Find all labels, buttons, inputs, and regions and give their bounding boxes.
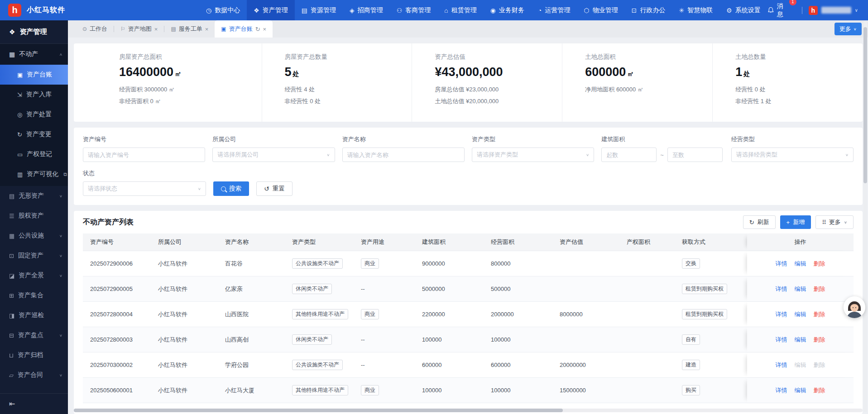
sidebar-item-asset-panorama[interactable]: ◪资产全景∨ — [0, 266, 68, 286]
brand-name: 小红马软件 — [27, 5, 65, 15]
delete-link[interactable]: 删除 — [814, 260, 825, 268]
delete-link[interactable]: 删除 — [814, 386, 825, 395]
table-row: 2025050600001 小红马软件 小红马大厦 其他特殊用途不动产 商业 1… — [83, 378, 854, 403]
sidebar-item-asset-inbound[interactable]: ⇲资产入库 — [0, 85, 68, 105]
edit-link[interactable]: 编辑 — [795, 260, 806, 268]
tab-asset-ledger[interactable]: ▣资产台账↻× — [215, 20, 273, 38]
sidebar-item-asset-ledger[interactable]: ▣资产台账 — [0, 65, 68, 85]
col-acquire: 获取方式 — [675, 233, 747, 251]
edit-link[interactable]: 编辑 — [795, 386, 806, 395]
detail-link[interactable]: 详情 — [776, 336, 787, 344]
sidebar-item-asset-change[interactable]: ↻资产变更 — [0, 124, 68, 144]
collapse-icon: ⇤ — [9, 400, 15, 408]
plus-icon: + — [786, 219, 790, 226]
nav-merchant-management[interactable]: ⚇客商管理 — [390, 0, 438, 20]
tab-asset-map[interactable]: ⚐资产地图× — [114, 20, 164, 38]
divider — [802, 7, 802, 14]
field-asset-name: 资产名称 — [342, 135, 465, 162]
field-label: 资产类型 — [472, 135, 594, 143]
detail-link[interactable]: 详情 — [776, 260, 787, 268]
avatar-girl-icon — [844, 296, 865, 318]
customer-service-avatar[interactable] — [844, 296, 865, 318]
tabs-more-button[interactable]: 更多∨ — [834, 23, 862, 35]
nav-lease-management[interactable]: ⌂租赁管理 — [437, 0, 483, 20]
close-icon[interactable]: × — [154, 26, 158, 33]
delete-link[interactable]: 删除 — [814, 310, 825, 319]
ledger-icon: ▣ — [17, 71, 23, 78]
sidebar-item-asset-collection[interactable]: ⊞资产集合 — [0, 286, 68, 305]
nav-admin-office[interactable]: ⊡行政办公 — [625, 0, 672, 20]
sidebar-item-real-estate[interactable]: ▦ 不动产 ∧ — [0, 44, 68, 65]
messages-button[interactable]: 消息 1 — [767, 2, 789, 19]
acquire-tag: 自有 — [682, 334, 700, 345]
stat-sub: 净用地面积 600000 ㎡ — [585, 86, 712, 94]
asset-name-input[interactable] — [342, 148, 465, 162]
nav-operation-management[interactable]: ◔运营管理 — [531, 0, 577, 20]
type-tag: 其他特殊用途不动产 — [292, 385, 348, 396]
scrollbar-thumb[interactable] — [74, 409, 563, 412]
field-label: 经营类型 — [731, 135, 854, 143]
asset-code-input[interactable] — [83, 148, 205, 162]
scrollbar-thumb[interactable] — [863, 27, 867, 183]
area-from-input[interactable] — [601, 148, 657, 162]
edit-link[interactable]: 编辑 — [795, 285, 806, 293]
vertical-scrollbar[interactable] — [863, 22, 867, 412]
asset-type-select[interactable]: 请选择资产类型∨ — [472, 148, 594, 162]
stat-sub: 经营面积 3000000 ㎡ — [119, 86, 262, 94]
search-button[interactable]: 搜索 — [213, 181, 249, 196]
close-icon[interactable]: × — [205, 26, 209, 33]
user-menu[interactable]: h ∨ — [809, 6, 858, 15]
type-tag: 公共设施类不动产 — [292, 258, 343, 269]
sidebar-item-asset-inventory[interactable]: ⊟资产盘点∨ — [0, 325, 68, 345]
delete-link[interactable]: 删除 — [814, 336, 825, 344]
nav-system-settings[interactable]: ⚙系统设置 — [719, 0, 767, 20]
nav-property-management[interactable]: ⬡物业管理 — [577, 0, 625, 20]
edit-link[interactable]: 编辑 — [795, 336, 806, 344]
company-select[interactable]: 请选择所属公司∨ — [212, 148, 335, 162]
stats-panel: 房屋资产总面积 16400000㎡ 经营面积 3000000 ㎡ 非经营面积 0… — [74, 43, 863, 122]
sidebar-item-asset-inspection[interactable]: ◨资产巡检 — [0, 305, 68, 325]
nav-asset-management[interactable]: ❖资产管理 — [247, 0, 295, 20]
detail-link[interactable]: 详情 — [776, 285, 787, 293]
sidebar-item-public-facilities[interactable]: ▦公共设施∨ — [0, 226, 68, 246]
sidebar-item-asset-visualization[interactable]: ▥资产可视化⧉ — [0, 164, 68, 184]
operation-type-select[interactable]: 请选择经营类型∨ — [731, 148, 854, 162]
sidebar-item-asset-archive[interactable]: ⊔资产归档 — [0, 345, 68, 365]
tab-workbench[interactable]: ⊙工作台 — [76, 20, 114, 38]
nav-smart-iot[interactable]: ✳智慧物联 — [672, 0, 719, 20]
reset-button[interactable]: ↺重置 — [256, 181, 293, 196]
sidebar-item-property-registration[interactable]: ▭产权登记 — [0, 144, 68, 164]
stat-sub: 非经营性 1 处 — [735, 97, 863, 105]
close-icon[interactable]: × — [263, 26, 267, 33]
sidebar-item-asset-contract[interactable]: ▱资产合同∨ — [0, 365, 68, 385]
nav-investment-management[interactable]: ◈招商管理 — [343, 0, 390, 20]
nav-business-finance[interactable]: ◉业务财务 — [484, 0, 531, 20]
horizontal-scrollbar[interactable] — [74, 409, 863, 412]
refresh-button[interactable]: ↻刷新 — [743, 215, 776, 229]
detail-link[interactable]: 详情 — [776, 386, 787, 395]
add-button[interactable]: +新增 — [780, 215, 811, 229]
area-to-input[interactable] — [667, 148, 723, 162]
sidebar-item-intangible-assets[interactable]: ▤无形资产∨ — [0, 186, 68, 206]
sidebar-item-equity-assets[interactable]: ☰股权资产 — [0, 206, 68, 226]
nav-data-center[interactable]: ◷数据中心 — [199, 0, 247, 20]
collapse-sidebar-button[interactable]: ⇤ — [0, 393, 68, 414]
nav-resource-management[interactable]: ▤资源管理 — [295, 0, 343, 20]
stat-value: 5处 — [285, 65, 412, 79]
inbox-icon: ⇲ — [17, 91, 22, 98]
col-valuation: 资产估值 — [552, 233, 619, 251]
detail-link[interactable]: 详情 — [776, 310, 787, 319]
sidebar-item-asset-disposal[interactable]: ◎资产处置 — [0, 105, 68, 124]
stat-label: 房屋资产总面积 — [119, 53, 262, 61]
detail-link[interactable]: 详情 — [776, 361, 787, 369]
stack-icon: ☰ — [9, 213, 14, 219]
edit-link[interactable]: 编辑 — [795, 310, 806, 319]
status-select[interactable]: 请选择状态∨ — [83, 181, 206, 196]
sidebar-item-fixed-assets[interactable]: ⊡固定资产∨ — [0, 246, 68, 266]
tab-service-order[interactable]: ▤服务工单× — [164, 20, 215, 38]
field-label: 资产编号 — [83, 135, 205, 143]
chevron-down-icon: ∨ — [854, 27, 857, 31]
more-actions-button[interactable]: ⠿更多∨ — [815, 215, 854, 229]
refresh-icon[interactable]: ↻ — [255, 26, 260, 33]
delete-link[interactable]: 删除 — [814, 285, 825, 293]
